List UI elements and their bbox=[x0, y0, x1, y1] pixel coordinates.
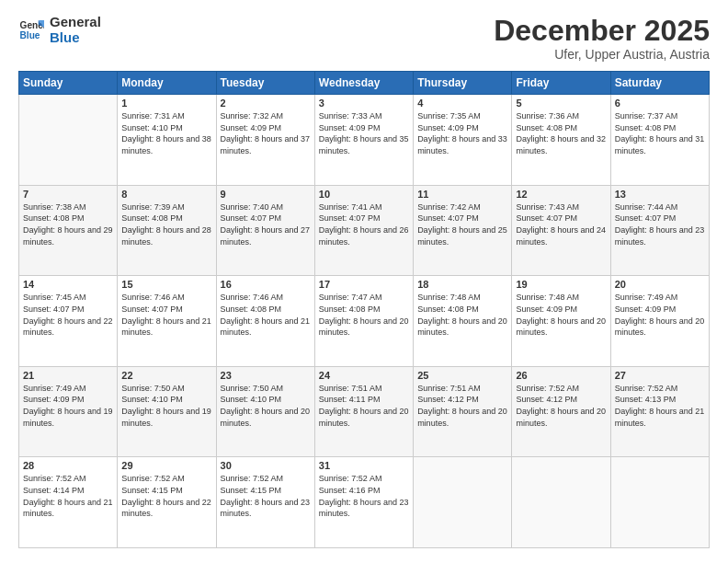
month-title: December 2025 bbox=[494, 15, 710, 47]
day-info: Sunrise: 7:52 AMSunset: 4:15 PMDaylight:… bbox=[221, 473, 311, 519]
calendar-cell: 31Sunrise: 7:52 AMSunset: 4:16 PMDayligh… bbox=[314, 457, 413, 548]
logo: General Blue General Blue bbox=[18, 15, 101, 45]
calendar-cell: 13Sunrise: 7:44 AMSunset: 4:07 PMDayligh… bbox=[610, 185, 709, 276]
day-info: Sunrise: 7:46 AMSunset: 4:07 PMDaylight:… bbox=[121, 292, 211, 338]
day-number: 19 bbox=[516, 279, 606, 290]
calendar-cell: 29Sunrise: 7:52 AMSunset: 4:15 PMDayligh… bbox=[118, 457, 216, 548]
day-number: 1 bbox=[121, 98, 211, 109]
day-number: 9 bbox=[221, 189, 311, 200]
day-number: 28 bbox=[23, 460, 113, 471]
page: General Blue General Blue December 2025 … bbox=[0, 0, 728, 563]
day-number: 23 bbox=[221, 370, 311, 381]
day-info: Sunrise: 7:45 AMSunset: 4:07 PMDaylight:… bbox=[23, 292, 113, 338]
day-number: 5 bbox=[516, 98, 606, 109]
calendar-cell bbox=[610, 457, 709, 548]
day-info: Sunrise: 7:51 AMSunset: 4:12 PMDaylight:… bbox=[417, 383, 507, 429]
day-info: Sunrise: 7:50 AMSunset: 4:10 PMDaylight:… bbox=[121, 383, 211, 429]
calendar-cell: 27Sunrise: 7:52 AMSunset: 4:13 PMDayligh… bbox=[610, 366, 709, 457]
day-number: 15 bbox=[121, 279, 211, 290]
day-number: 29 bbox=[121, 460, 211, 471]
day-number: 12 bbox=[516, 189, 606, 200]
day-info: Sunrise: 7:33 AMSunset: 4:09 PMDaylight:… bbox=[319, 110, 409, 156]
day-info: Sunrise: 7:42 AMSunset: 4:07 PMDaylight:… bbox=[417, 201, 507, 247]
weekday-header-tuesday: Tuesday bbox=[216, 72, 314, 95]
weekday-header-wednesday: Wednesday bbox=[314, 72, 413, 95]
calendar-cell: 15Sunrise: 7:46 AMSunset: 4:07 PMDayligh… bbox=[118, 276, 216, 367]
day-info: Sunrise: 7:39 AMSunset: 4:08 PMDaylight:… bbox=[121, 201, 211, 247]
day-number: 10 bbox=[319, 189, 409, 200]
day-info: Sunrise: 7:36 AMSunset: 4:08 PMDaylight:… bbox=[516, 110, 606, 156]
calendar-cell: 25Sunrise: 7:51 AMSunset: 4:12 PMDayligh… bbox=[414, 366, 512, 457]
day-info: Sunrise: 7:48 AMSunset: 4:09 PMDaylight:… bbox=[516, 292, 606, 338]
calendar-cell bbox=[414, 457, 512, 548]
calendar-cell: 5Sunrise: 7:36 AMSunset: 4:08 PMDaylight… bbox=[512, 95, 610, 186]
day-info: Sunrise: 7:52 AMSunset: 4:16 PMDaylight:… bbox=[319, 473, 409, 519]
calendar-cell: 4Sunrise: 7:35 AMSunset: 4:09 PMDaylight… bbox=[414, 95, 512, 186]
day-number: 26 bbox=[516, 370, 606, 381]
day-info: Sunrise: 7:52 AMSunset: 4:14 PMDaylight:… bbox=[23, 473, 113, 519]
calendar-cell: 30Sunrise: 7:52 AMSunset: 4:15 PMDayligh… bbox=[216, 457, 314, 548]
title-section: December 2025 Ufer, Upper Austria, Austr… bbox=[494, 15, 710, 62]
calendar-cell: 7Sunrise: 7:38 AMSunset: 4:08 PMDaylight… bbox=[19, 185, 118, 276]
calendar-cell: 6Sunrise: 7:37 AMSunset: 4:08 PMDaylight… bbox=[610, 95, 709, 186]
calendar-table: SundayMondayTuesdayWednesdayThursdayFrid… bbox=[18, 71, 710, 548]
day-number: 30 bbox=[221, 460, 311, 471]
day-info: Sunrise: 7:52 AMSunset: 4:15 PMDaylight:… bbox=[121, 473, 211, 519]
day-number: 22 bbox=[121, 370, 211, 381]
day-number: 24 bbox=[319, 370, 409, 381]
calendar-cell: 10Sunrise: 7:41 AMSunset: 4:07 PMDayligh… bbox=[314, 185, 413, 276]
day-number: 20 bbox=[615, 279, 705, 290]
header: General Blue General Blue December 2025 … bbox=[18, 15, 710, 62]
day-number: 13 bbox=[615, 189, 705, 200]
day-number: 4 bbox=[417, 98, 507, 109]
day-info: Sunrise: 7:44 AMSunset: 4:07 PMDaylight:… bbox=[615, 201, 705, 247]
calendar-cell: 9Sunrise: 7:40 AMSunset: 4:07 PMDaylight… bbox=[216, 185, 314, 276]
location-subtitle: Ufer, Upper Austria, Austria bbox=[494, 47, 710, 62]
weekday-header-monday: Monday bbox=[118, 72, 216, 95]
calendar-cell: 18Sunrise: 7:48 AMSunset: 4:08 PMDayligh… bbox=[414, 276, 512, 367]
calendar-cell: 12Sunrise: 7:43 AMSunset: 4:07 PMDayligh… bbox=[512, 185, 610, 276]
day-number: 8 bbox=[121, 189, 211, 200]
day-info: Sunrise: 7:37 AMSunset: 4:08 PMDaylight:… bbox=[615, 110, 705, 156]
calendar-cell: 16Sunrise: 7:46 AMSunset: 4:08 PMDayligh… bbox=[216, 276, 314, 367]
svg-text:Blue: Blue bbox=[20, 30, 40, 40]
day-info: Sunrise: 7:49 AMSunset: 4:09 PMDaylight:… bbox=[23, 383, 113, 429]
calendar-cell: 8Sunrise: 7:39 AMSunset: 4:08 PMDaylight… bbox=[118, 185, 216, 276]
calendar-cell: 23Sunrise: 7:50 AMSunset: 4:10 PMDayligh… bbox=[216, 366, 314, 457]
day-info: Sunrise: 7:38 AMSunset: 4:08 PMDaylight:… bbox=[23, 201, 113, 247]
weekday-header-thursday: Thursday bbox=[414, 72, 512, 95]
calendar-cell: 3Sunrise: 7:33 AMSunset: 4:09 PMDaylight… bbox=[314, 95, 413, 186]
day-number: 16 bbox=[221, 279, 311, 290]
day-info: Sunrise: 7:40 AMSunset: 4:07 PMDaylight:… bbox=[221, 201, 311, 247]
calendar-cell bbox=[19, 95, 118, 186]
calendar-cell: 11Sunrise: 7:42 AMSunset: 4:07 PMDayligh… bbox=[414, 185, 512, 276]
calendar-cell bbox=[512, 457, 610, 548]
day-number: 18 bbox=[417, 279, 507, 290]
calendar-cell: 24Sunrise: 7:51 AMSunset: 4:11 PMDayligh… bbox=[314, 366, 413, 457]
day-info: Sunrise: 7:41 AMSunset: 4:07 PMDaylight:… bbox=[319, 201, 409, 247]
day-number: 6 bbox=[615, 98, 705, 109]
calendar-cell: 20Sunrise: 7:49 AMSunset: 4:09 PMDayligh… bbox=[610, 276, 709, 367]
day-info: Sunrise: 7:46 AMSunset: 4:08 PMDaylight:… bbox=[221, 292, 311, 338]
calendar-cell: 19Sunrise: 7:48 AMSunset: 4:09 PMDayligh… bbox=[512, 276, 610, 367]
day-number: 21 bbox=[23, 370, 113, 381]
logo-blue: Blue bbox=[50, 30, 101, 46]
day-number: 17 bbox=[319, 279, 409, 290]
logo-icon: General Blue bbox=[18, 17, 44, 43]
calendar-cell: 22Sunrise: 7:50 AMSunset: 4:10 PMDayligh… bbox=[118, 366, 216, 457]
calendar-cell: 26Sunrise: 7:52 AMSunset: 4:12 PMDayligh… bbox=[512, 366, 610, 457]
day-info: Sunrise: 7:52 AMSunset: 4:13 PMDaylight:… bbox=[615, 383, 705, 429]
weekday-header-sunday: Sunday bbox=[19, 72, 118, 95]
weekday-header-saturday: Saturday bbox=[610, 72, 709, 95]
day-info: Sunrise: 7:35 AMSunset: 4:09 PMDaylight:… bbox=[417, 110, 507, 156]
calendar-cell: 17Sunrise: 7:47 AMSunset: 4:08 PMDayligh… bbox=[314, 276, 413, 367]
logo-general: General bbox=[50, 15, 101, 30]
day-info: Sunrise: 7:49 AMSunset: 4:09 PMDaylight:… bbox=[615, 292, 705, 338]
day-info: Sunrise: 7:52 AMSunset: 4:12 PMDaylight:… bbox=[516, 383, 606, 429]
day-info: Sunrise: 7:51 AMSunset: 4:11 PMDaylight:… bbox=[319, 383, 409, 429]
calendar-cell: 28Sunrise: 7:52 AMSunset: 4:14 PMDayligh… bbox=[19, 457, 118, 548]
calendar-cell: 1Sunrise: 7:31 AMSunset: 4:10 PMDaylight… bbox=[118, 95, 216, 186]
calendar-cell: 21Sunrise: 7:49 AMSunset: 4:09 PMDayligh… bbox=[19, 366, 118, 457]
day-info: Sunrise: 7:43 AMSunset: 4:07 PMDaylight:… bbox=[516, 201, 606, 247]
day-info: Sunrise: 7:50 AMSunset: 4:10 PMDaylight:… bbox=[221, 383, 311, 429]
